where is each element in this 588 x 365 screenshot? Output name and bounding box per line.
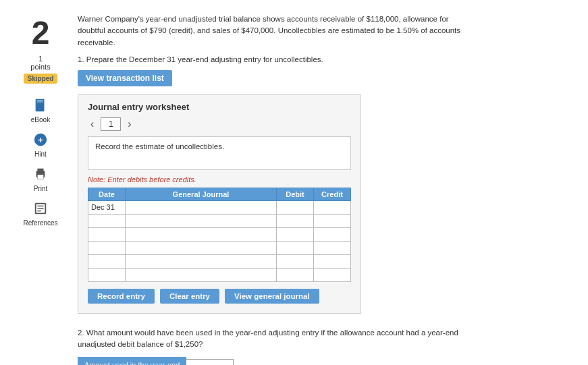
debit-cell-0[interactable] (277, 200, 314, 214)
instruction-text: Record the estimate of uncollectibles. (95, 142, 224, 150)
svg-rect-7 (37, 175, 43, 179)
table-row (88, 214, 351, 227)
credit-cell-1[interactable] (314, 214, 351, 227)
credit-cell-5[interactable] (314, 268, 351, 281)
journal-cell-1[interactable] (126, 214, 277, 227)
part2-answer-row: Amount used in the year-endadjusting ent… (78, 357, 469, 365)
table-row (88, 227, 351, 241)
hint-label: Hint (34, 150, 47, 158)
journal-table: Date General Journal Debit Credit Dec 31 (88, 188, 351, 282)
credit-cell-2[interactable] (314, 227, 351, 241)
sidebar-item-print[interactable]: Print (31, 165, 50, 192)
points-label: 1 points (30, 55, 50, 71)
answer-input[interactable] (186, 359, 234, 365)
note-text: Note: Enter debits before credits. (88, 175, 351, 184)
debit-cell-2[interactable] (277, 227, 314, 241)
credit-cell-3[interactable] (314, 241, 351, 254)
prev-arrow[interactable]: ‹ (88, 118, 97, 130)
worksheet-box: Journal entry worksheet ‹ 1 › Record the… (78, 94, 361, 314)
journal-cell-0[interactable] (126, 200, 277, 214)
date-cell-4 (88, 254, 126, 268)
sidebar-item-references[interactable]: References (23, 199, 57, 227)
hint-icon: + (31, 130, 50, 149)
question-body: Warner Company's year-end unadjusted tri… (78, 13, 469, 49)
table-row (88, 268, 351, 281)
print-label: Print (34, 185, 48, 192)
sub-question-1: 1. Prepare the December 31 year-end adju… (78, 55, 578, 63)
col-header-journal: General Journal (126, 188, 277, 200)
svg-text:+: + (38, 135, 43, 145)
debit-cell-3[interactable] (277, 241, 314, 254)
date-cell-0: Dec 31 (88, 200, 126, 214)
next-arrow[interactable]: › (125, 118, 134, 130)
svg-rect-2 (36, 102, 43, 103)
credit-cell-4[interactable] (314, 254, 351, 268)
svg-rect-6 (37, 169, 43, 172)
date-cell-1 (88, 214, 126, 227)
page-number: 1 (101, 117, 121, 131)
sidebar-tools: eBook + Hint (23, 96, 57, 227)
instruction-box: Record the estimate of uncollectibles. (88, 136, 351, 170)
date-cell-2 (88, 227, 126, 241)
question-number: 2 (32, 17, 50, 49)
references-label: References (23, 219, 57, 227)
sidebar-item-hint[interactable]: + Hint (31, 130, 50, 158)
col-header-debit: Debit (277, 188, 314, 200)
debit-cell-5[interactable] (277, 268, 314, 281)
nav-row: ‹ 1 › (88, 117, 351, 131)
date-cell-3 (88, 241, 126, 254)
view-transaction-button[interactable]: View transaction list (78, 70, 172, 86)
action-buttons: Record entry Clear entry View general jo… (88, 289, 351, 304)
worksheet-title: Journal entry worksheet (88, 102, 351, 112)
sidebar-item-ebook[interactable]: eBook (31, 96, 50, 123)
debit-cell-4[interactable] (277, 254, 314, 268)
part2-question: 2. What amount would have been used in t… (78, 327, 469, 351)
table-row (88, 241, 351, 254)
main-content: Warner Company's year-end unadjusted tri… (71, 13, 578, 365)
references-icon (31, 199, 50, 218)
debit-cell-1[interactable] (277, 214, 314, 227)
status-badge: Skipped (24, 74, 58, 84)
book-icon (31, 96, 50, 115)
date-cell-5 (88, 268, 126, 281)
left-sidebar: 2 1 points Skipped eBook (10, 13, 71, 365)
table-row (88, 254, 351, 268)
col-header-credit: Credit (314, 188, 351, 200)
clear-entry-button[interactable]: Clear entry (160, 289, 219, 304)
view-general-journal-button[interactable]: View general journal (225, 289, 319, 304)
credit-cell-0[interactable] (314, 200, 351, 214)
journal-cell-2[interactable] (126, 227, 277, 241)
journal-cell-5[interactable] (126, 268, 277, 281)
svg-rect-1 (36, 101, 43, 102)
print-icon (31, 165, 50, 184)
journal-cell-4[interactable] (126, 254, 277, 268)
record-entry-button[interactable]: Record entry (88, 289, 155, 304)
table-row: Dec 31 (88, 200, 351, 214)
journal-cell-3[interactable] (126, 241, 277, 254)
ebook-label: eBook (31, 116, 50, 123)
col-header-date: Date (88, 188, 126, 200)
answer-label: Amount used in the year-endadjusting ent… (78, 357, 186, 365)
part2-section: 2. What amount would have been used in t… (78, 327, 469, 365)
